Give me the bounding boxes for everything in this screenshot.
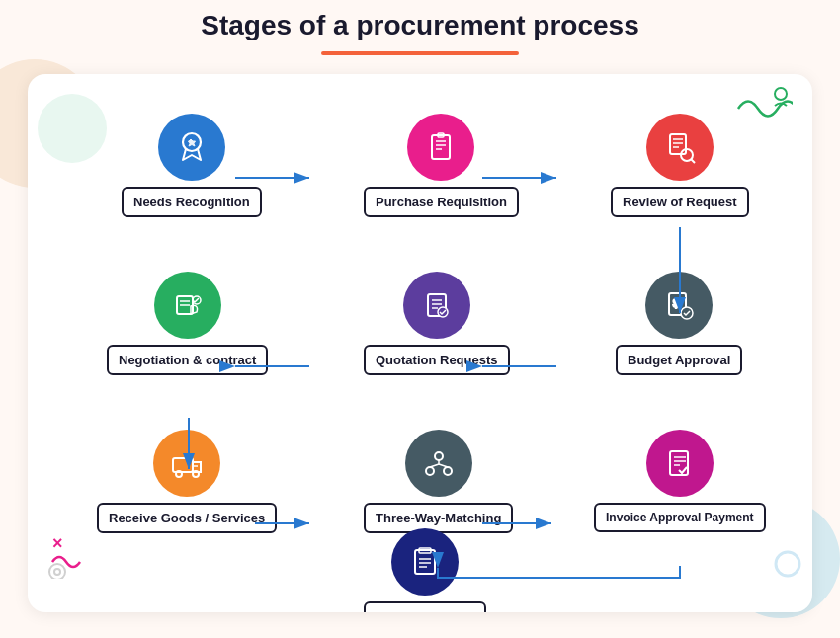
svg-point-3 — [54, 569, 60, 575]
page-title: Stages of a procurement process — [0, 10, 840, 41]
svg-point-41 — [193, 471, 199, 477]
quotation-requests-circle — [403, 272, 470, 339]
receive-goods-circle — [153, 430, 220, 497]
node-budget-approval: $ Budget Approval — [616, 272, 742, 375]
negotiation-contract-circle — [154, 272, 221, 339]
node-three-way-matching: Three-Way-Matching — [364, 430, 513, 533]
node-review-of-request: Review of Request — [611, 114, 749, 217]
svg-point-0 — [775, 88, 787, 100]
node-negotiation-contract: Negotiation & contract — [107, 272, 268, 375]
svg-point-42 — [435, 452, 443, 460]
node-record-keeping: Record Keeping — [364, 528, 486, 612]
svg-point-4 — [776, 552, 799, 576]
node-quotation-requests: Quotation Requests — [364, 272, 510, 375]
svg-line-26 — [691, 159, 695, 163]
invoice-approval-circle — [646, 430, 714, 497]
svg-line-46 — [430, 464, 439, 467]
quotation-requests-label: Quotation Requests — [364, 345, 510, 375]
main-card: × — [28, 74, 812, 612]
record-keeping-circle — [391, 528, 459, 596]
svg-text:×: × — [52, 533, 63, 553]
card-deco-br — [773, 549, 802, 583]
svg-rect-16 — [432, 135, 450, 159]
record-keeping-label: Record Keeping — [364, 601, 486, 612]
svg-point-43 — [426, 467, 434, 475]
svg-point-40 — [176, 471, 182, 477]
needs-recognition-label: Needs Recognition — [122, 187, 262, 217]
review-of-request-circle — [646, 114, 714, 181]
purchase-requisition-label: Purchase Requisition — [364, 187, 519, 217]
page-wrapper: Stages of a procurement process × — [0, 0, 840, 638]
purchase-requisition-circle — [407, 114, 474, 181]
review-of-request-label: Review of Request — [611, 187, 749, 217]
svg-point-44 — [444, 467, 452, 475]
svg-line-47 — [439, 464, 448, 467]
card-deco-tl — [38, 94, 107, 163]
card-deco-bl: × — [47, 524, 102, 583]
node-purchase-requisition: Purchase Requisition — [364, 114, 519, 217]
node-needs-recognition: Needs Recognition — [122, 114, 262, 217]
node-receive-goods: Receive Goods / Services — [97, 430, 277, 533]
three-way-matching-circle — [405, 430, 472, 497]
svg-point-2 — [49, 564, 65, 579]
svg-rect-39 — [173, 458, 193, 472]
budget-approval-circle: $ — [645, 272, 713, 339]
svg-text:$: $ — [673, 297, 679, 309]
invoice-approval-label: Invoice Approval Payment — [594, 503, 766, 532]
negotiation-contract-label: Negotiation & contract — [107, 345, 268, 375]
needs-recognition-circle — [158, 114, 225, 181]
node-invoice-approval: Invoice Approval Payment — [594, 430, 766, 532]
title-underline — [321, 51, 519, 55]
receive-goods-label: Receive Goods / Services — [97, 503, 277, 533]
budget-approval-label: Budget Approval — [616, 345, 742, 375]
